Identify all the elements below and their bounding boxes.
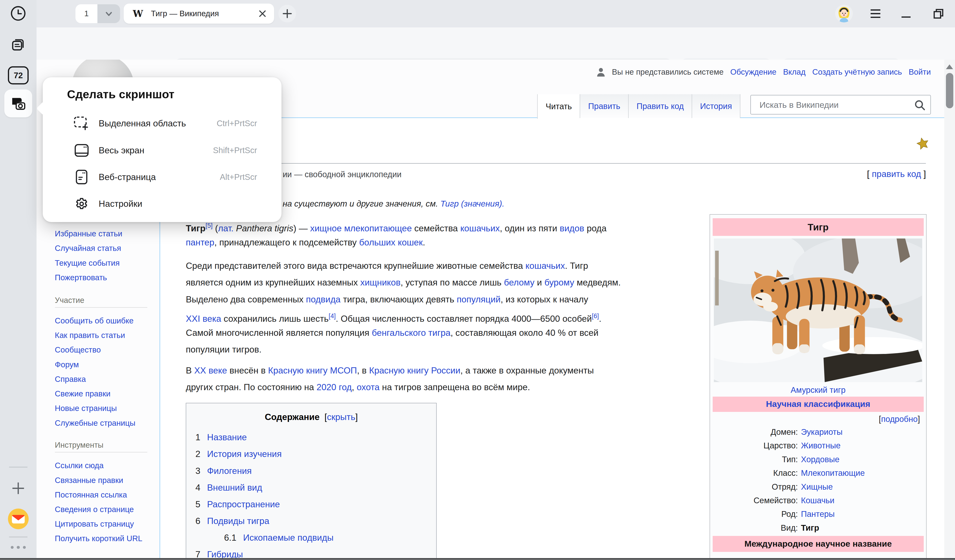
taxobox-row: Отряд:Хищные	[713, 480, 924, 494]
toc-item[interactable]: 6.1Ископаемые подвиды	[186, 529, 436, 546]
taxobox-row: Класс:Млекопитающие	[713, 466, 924, 480]
sidebar-link-help[interactable]: Справка	[55, 372, 152, 386]
sidebar-link-what-links-here[interactable]: Ссылки сюда	[55, 458, 152, 473]
add-panel-plus-icon[interactable]	[0, 481, 36, 495]
edit-section-link[interactable]: [ править код ]	[867, 169, 926, 179]
search-icon[interactable]	[914, 100, 925, 111]
sidebar-navigation-group: Избранные статьи Случайная статья Текущи…	[55, 226, 152, 285]
wikipedia-favicon: W	[133, 8, 143, 19]
menu-item-web-page[interactable]: Веб-страница Alt+PrtScr	[43, 164, 282, 190]
scrollbar-up-arrow[interactable]	[946, 64, 953, 69]
gear-icon	[73, 196, 90, 212]
link-login[interactable]: Войти	[909, 67, 931, 76]
window-restore-button[interactable]	[933, 9, 944, 19]
menu-item-full-screen[interactable]: Весь экран Shift+PrtScr	[43, 137, 282, 164]
taxobox-classification-header[interactable]: Научная классификация	[713, 397, 924, 412]
toc-item[interactable]: 5Распространение	[186, 496, 436, 513]
notes-panels-icon[interactable]	[0, 36, 36, 52]
tab-edit[interactable]: Править	[580, 94, 628, 118]
sidebar-link-community[interactable]: Сообщество	[55, 343, 152, 357]
sidebar-link-special-pages[interactable]: Служебные страницы	[55, 416, 152, 430]
title-divider	[171, 163, 926, 164]
sidebar-link-donate[interactable]: Пожертвовать	[55, 270, 152, 285]
sidebar-link-permanent-link[interactable]: Постоянная ссылка	[55, 488, 152, 502]
sidebar-link-featured[interactable]: Избранные статьи	[55, 226, 152, 241]
screenshot-menu-popup: Сделать скриншот Выделенная область Ctrl…	[43, 77, 282, 222]
tab-edit-code[interactable]: Править код	[628, 94, 692, 118]
sidebar-link-current-events[interactable]: Текущие события	[55, 256, 152, 270]
taxobox: Тигр	[709, 214, 926, 560]
wiki-search-input[interactable]	[758, 96, 913, 114]
tab-group-control[interactable]: 1	[75, 4, 120, 23]
taxon-link[interactable]: Млекопитающие	[801, 466, 865, 480]
speed-badge[interactable]: 72	[0, 66, 36, 84]
toc-title: Содержание [скрыть]	[186, 409, 436, 425]
wiki-search-box[interactable]	[750, 95, 931, 114]
taxobox-details-link[interactable]: [подробно]	[713, 412, 924, 425]
sidebar-link-how-to-edit[interactable]: Как править статьи	[55, 328, 152, 343]
yandex-mail-icon[interactable]	[0, 508, 36, 529]
sidebar-more-dots-icon[interactable]	[0, 546, 36, 549]
hatnote[interactable]: на существуют и другие значения, см. Тиг…	[283, 199, 504, 209]
active-tab[interactable]: W Тигр — Википедия	[124, 3, 274, 23]
tab-counter[interactable]: 1	[75, 4, 97, 23]
taxobox-image-caption[interactable]: Амурский тигр	[713, 382, 924, 397]
full-screen-icon	[73, 143, 90, 158]
sidebar-link-report-error[interactable]: Сообщить об ошибке	[55, 314, 152, 328]
taxobox-row: Семейство:Кошачьи	[713, 494, 924, 507]
toc-item[interactable]: 1Название	[186, 429, 436, 446]
taxobox-intl-name-header: Международное научное название	[713, 536, 924, 552]
screenshot-tool-icon[interactable]	[4, 89, 32, 117]
toc-item[interactable]: 7Гибриды	[186, 546, 436, 560]
link-contributions[interactable]: Вклад	[783, 67, 806, 76]
popup-title: Сделать скриншот	[67, 87, 175, 101]
window-minimize-button[interactable]	[902, 16, 911, 18]
tab-title: Тигр — Википедия	[151, 9, 259, 18]
taxon-species: Тигр	[801, 521, 819, 535]
taxon-link[interactable]: Хищные	[801, 480, 833, 494]
taxon-link[interactable]: Пантеры	[801, 507, 834, 521]
sidebar-link-forum[interactable]: Форум	[55, 357, 152, 372]
link-discussion[interactable]: Обсуждение	[730, 67, 777, 76]
toc-item[interactable]: 4Внешний вид	[186, 479, 436, 496]
taxobox-row: Домен:Эукариоты	[713, 425, 924, 439]
personal-bar: Вы не представились системе Обсуждение В…	[596, 67, 931, 76]
toc-item[interactable]: 6Подвиды тигра	[186, 513, 436, 529]
taxobox-row: Род:Пантеры	[713, 507, 924, 521]
toc-item[interactable]: 2История изучения	[186, 446, 436, 462]
tab-close-icon[interactable]	[259, 10, 266, 17]
sidebar-link-random[interactable]: Случайная статья	[55, 241, 152, 256]
taxobox-row: Тип:Хордовые	[713, 453, 924, 466]
page-views-tabs: Читать Править Править код История	[537, 94, 741, 118]
taxon-link[interactable]: Кошачьи	[801, 494, 834, 507]
new-tab-button[interactable]	[279, 5, 296, 22]
toc-hide-link[interactable]: скрыть	[327, 412, 355, 422]
page-scrollbar[interactable]	[944, 59, 955, 560]
sidebar-link-page-info[interactable]: Сведения о странице	[55, 502, 152, 516]
sidebar-link-recent-changes[interactable]: Свежие правки	[55, 386, 152, 401]
sidebar-header-participation: Участие	[55, 296, 147, 308]
menu-item-settings[interactable]: Настройки	[43, 190, 282, 217]
taxon-link[interactable]: Хордовые	[801, 453, 840, 466]
sidebar-link-short-url[interactable]: Получить короткий URL	[55, 531, 152, 546]
link-create-account[interactable]: Создать учётную запись	[812, 67, 902, 76]
tab-history[interactable]: История	[692, 94, 741, 118]
article-paragraph-2: Среди представителей этого вида встречаю…	[186, 257, 621, 358]
toc-item[interactable]: 3Филогения	[186, 462, 436, 479]
site-subtitle-fragment: ии — свободной энциклопедии	[283, 170, 402, 179]
browser-menu-icon[interactable]	[870, 9, 881, 18]
sidebar-link-new-pages[interactable]: Новые страницы	[55, 401, 152, 415]
sidebar-header-tools: Инструменты	[55, 440, 147, 452]
scrollbar-thumb[interactable]	[946, 73, 953, 108]
history-clock-icon[interactable]	[0, 5, 36, 21]
sidebar-divider	[9, 537, 27, 537]
sidebar-link-cite-page[interactable]: Цитировать страницу	[55, 516, 152, 531]
tab-read[interactable]: Читать	[537, 94, 580, 119]
tiger-photo[interactable]	[714, 239, 922, 382]
taxon-link[interactable]: Эукариоты	[801, 425, 842, 439]
taxon-link[interactable]: Животные	[801, 439, 841, 452]
menu-item-selected-area[interactable]: Выделенная область Ctrl+PrtScr	[43, 110, 282, 137]
user-avatar[interactable]	[835, 5, 853, 22]
tab-list-chevron-icon[interactable]	[97, 4, 120, 23]
sidebar-link-related-changes[interactable]: Связанные правки	[55, 473, 152, 488]
